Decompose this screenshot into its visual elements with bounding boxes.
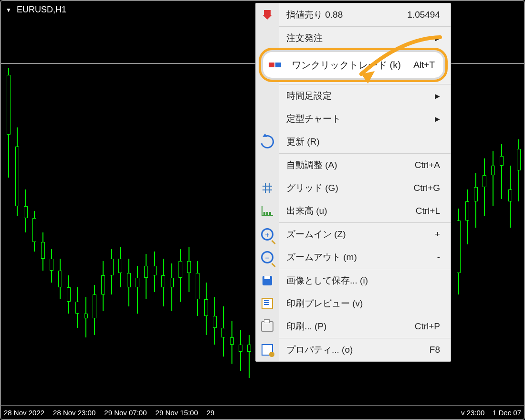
submenu-arrow-icon: ▶ (435, 115, 440, 123)
chart-context-menu: 指値売り 0.881.05494注文発注▶ワンクリックトレード (k)Alt+T… (255, 3, 451, 362)
menu-item-template[interactable]: 定型チャート▶ (256, 107, 451, 130)
bb-icon (261, 61, 289, 69)
xaxis-tick: 29 (207, 409, 223, 417)
menu-item-shortcut: Alt+T (413, 60, 445, 70)
xaxis-tick: 1 Dec 07 (493, 409, 521, 417)
menu-item-autoscroll[interactable]: 自動調整 (A)Ctrl+A (256, 154, 451, 177)
xaxis-tick: 28 Nov 23:00 (53, 409, 104, 417)
submenu-arrow-icon: ▶ (435, 92, 440, 100)
save-icon (256, 276, 279, 285)
menu-item-shortcut: Ctrl+L (416, 206, 451, 216)
chart-window: ▼ EURUSD,H1 28 Nov 2022 28 Nov 23:00 29 … (0, 0, 525, 420)
menu-item-label: 印刷プレビュー (v) (279, 297, 451, 310)
prev-icon (256, 298, 279, 309)
menu-item-label: プロパティ... (o) (279, 344, 430, 356)
xaxis-tick: 28 Nov 2022 (4, 409, 53, 417)
menu-item-label: ズームイン (Z) (279, 228, 435, 241)
sell-icon (256, 10, 279, 20)
highlighted-menu-item: ワンクリックトレード (k)Alt+T (259, 48, 448, 82)
menu-item-shortcut: - (437, 252, 451, 262)
menu-item-label: 指値売り 0.88 (279, 9, 407, 21)
menu-item-zoomout[interactable]: ズームアウト (m)- (256, 246, 451, 269)
menu-item-refresh[interactable]: 更新 (R) (256, 130, 451, 153)
submenu-arrow-icon: ▶ (435, 34, 440, 42)
menu-item-volumes[interactable]: 出来高 (u)Ctrl+L (256, 200, 451, 222)
menu-item-label: 更新 (R) (279, 136, 451, 148)
menu-item-shortcut: + (435, 229, 451, 240)
menu-item-label: ワンクリックトレード (k) (289, 59, 413, 72)
print-icon (256, 321, 279, 332)
menu-item-label: 定型チャート (279, 113, 451, 125)
xaxis-tick: v 23:00 (461, 409, 484, 417)
menu-item-grid[interactable]: グリッド (G)Ctrl+G (256, 177, 451, 200)
menu-item-label: 出来高 (u) (279, 205, 416, 217)
menu-item-shortcut: 1.05494 (407, 10, 451, 20)
refresh-icon (256, 135, 279, 148)
menu-item-print[interactable]: 印刷... (P)Ctrl+P (256, 315, 451, 338)
menu-item-shortcut: Ctrl+P (415, 321, 451, 332)
menu-item-shortcut: F8 (430, 345, 451, 355)
menu-item-label: 注文発注 (279, 32, 451, 44)
zout-icon (256, 251, 279, 263)
menu-item-props[interactable]: プロパティ... (o)F8 (256, 338, 451, 361)
menu-item-preview[interactable]: 印刷プレビュー (v) (256, 292, 451, 315)
time-axis: 28 Nov 2022 28 Nov 23:00 29 Nov 07:00 29… (1, 405, 524, 419)
menu-item-oneclick[interactable]: ワンクリックトレード (k)Alt+T (261, 50, 445, 80)
vol-icon (256, 206, 279, 216)
menu-item-label: グリッド (G) (279, 182, 414, 194)
menu-item-new-order[interactable]: 注文発注▶ (256, 27, 451, 50)
xaxis-tick: 29 Nov 15:00 (156, 409, 207, 417)
menu-item-timeframe[interactable]: 時間足設定▶ (256, 84, 451, 107)
menu-item-label: 印刷... (P) (279, 320, 415, 333)
menu-item-label: ズームアウト (m) (279, 251, 437, 263)
menu-item-label: 時間足設定 (279, 90, 451, 102)
menu-item-zoomin[interactable]: ズームイン (Z)+ (256, 223, 451, 246)
menu-item-label: 自動調整 (A) (279, 159, 415, 171)
zin-icon (256, 228, 279, 241)
menu-item-saveimg[interactable]: 画像として保存... (i) (256, 269, 451, 292)
menu-item-shortcut: Ctrl+A (415, 160, 451, 170)
prop-icon (256, 344, 279, 356)
xaxis-tick: 29 Nov 07:00 (104, 409, 155, 417)
menu-item-sell-limit[interactable]: 指値売り 0.881.05494 (256, 3, 451, 26)
menu-item-label: 画像として保存... (i) (279, 274, 451, 287)
grid-icon (256, 183, 279, 193)
menu-item-shortcut: Ctrl+G (414, 183, 451, 193)
